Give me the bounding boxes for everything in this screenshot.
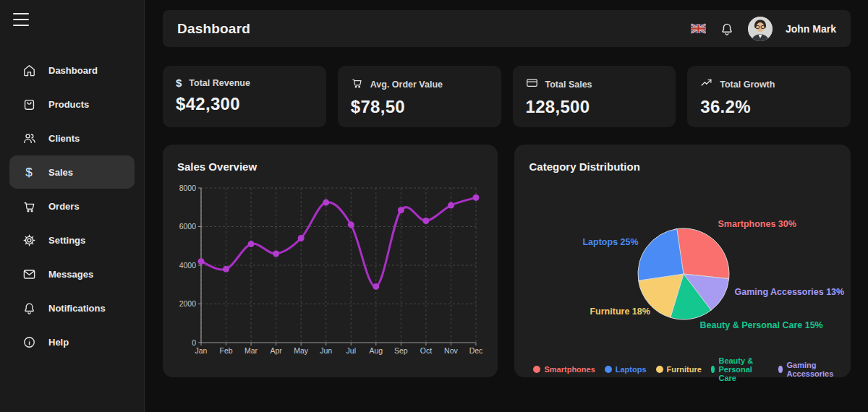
stat-label: Total Growth (720, 80, 775, 90)
legend-label: Laptops (616, 365, 647, 374)
sales-overview-card: Sales Overview JanFebMarAprMayJunJulAugS… (163, 145, 498, 377)
sidebar-item-help[interactable]: Help (9, 325, 135, 359)
legend-dot (656, 366, 663, 373)
sidebar-item-settings[interactable]: Settings (9, 223, 135, 257)
sidebar: Dashboard Products Clients $ Sales Order… (0, 0, 145, 412)
sidebar-item-orders[interactable]: Orders (9, 189, 135, 223)
user-name[interactable]: John Mark (786, 23, 836, 35)
dollar-icon: $ (22, 165, 36, 179)
bag-icon (22, 97, 36, 111)
svg-text:Mar: Mar (244, 346, 258, 355)
pie-callout: Gaming Accessories 13% (734, 287, 844, 297)
sidebar-item-label: Products (48, 99, 89, 110)
main-content: Dashboard (145, 10, 868, 377)
sidebar-item-label: Sales (48, 167, 73, 178)
stat-label: Total Revenue (189, 78, 250, 88)
cart-icon (351, 77, 363, 92)
page-title: Dashboard (177, 21, 250, 37)
pie-callout: Smartphones 30% (718, 219, 796, 229)
stat-label: Total Sales (545, 80, 592, 90)
svg-text:Jun: Jun (320, 346, 332, 355)
sidebar-item-dashboard[interactable]: Dashboard (9, 53, 135, 87)
legend-label: Beauty & Personal Care (718, 356, 769, 382)
trending-up-icon (700, 77, 712, 92)
svg-text:2000: 2000 (179, 299, 197, 308)
svg-text:Sep: Sep (394, 346, 408, 355)
svg-text:Apr: Apr (270, 346, 282, 355)
dollar-icon: $ (176, 77, 182, 89)
sidebar-item-label: Help (48, 337, 69, 348)
mail-icon (22, 267, 36, 281)
stat-card-total-revenue: $ Total Revenue $42,300 (163, 66, 326, 127)
sidebar-item-label: Clients (48, 133, 80, 144)
avatar[interactable] (748, 17, 773, 41)
sidebar-item-sales[interactable]: $ Sales (9, 155, 135, 189)
stat-label: Avg. Order Value (370, 80, 443, 90)
svg-text:Jul: Jul (346, 346, 356, 355)
legend-label: Smartphones (544, 365, 595, 374)
sidebar-item-label: Notifications (48, 303, 106, 314)
pie-callout: Laptops 25% (582, 237, 638, 247)
legend-item[interactable]: Smartphones (533, 365, 595, 374)
stat-value: $42,300 (176, 94, 313, 114)
top-header: Dashboard (163, 10, 851, 47)
category-distribution-card: Category Distribution Smartphones 30% La… (514, 145, 851, 377)
header-right: John Mark (691, 17, 836, 41)
hamburger-menu-icon[interactable] (13, 13, 29, 26)
stats-row: $ Total Revenue $42,300 Avg. Order Value… (163, 66, 851, 127)
stat-card-avg-order-value: Avg. Order Value $78,50 (338, 66, 501, 127)
chart-title: Sales Overview (177, 160, 483, 173)
gear-icon (22, 233, 36, 247)
bell-icon[interactable] (719, 21, 735, 37)
stat-card-total-growth: Total Growth 36.2% (687, 66, 851, 127)
sidebar-item-label: Dashboard (48, 65, 98, 76)
help-icon (22, 335, 36, 349)
stat-value: 36.2% (700, 97, 838, 117)
legend-label: Gaming Accessories (786, 361, 836, 378)
legend-item[interactable]: Beauty & Personal Care (711, 356, 769, 382)
legend-label: Furniture (667, 365, 702, 374)
sidebar-item-messages[interactable]: Messages (9, 257, 135, 291)
legend-dot (605, 366, 612, 373)
bell-icon (22, 301, 36, 315)
svg-text:8000: 8000 (179, 184, 197, 192)
stat-card-total-sales: Total Sales 128,500 (513, 66, 676, 127)
sidebar-item-notifications[interactable]: Notifications (9, 291, 135, 325)
credit-card-icon (526, 77, 538, 92)
sidebar-item-label: Settings (48, 235, 85, 246)
users-icon (22, 131, 36, 145)
pie-callout: Furniture 18% (590, 306, 650, 317)
uk-flag-icon[interactable] (691, 23, 706, 34)
legend-dot (533, 366, 540, 373)
chart-title: Category Distribution (529, 160, 836, 173)
sidebar-item-products[interactable]: Products (9, 87, 135, 121)
legend-item[interactable]: Furniture (656, 365, 702, 374)
stat-value: $78,50 (351, 97, 488, 117)
svg-text:0: 0 (192, 338, 196, 347)
sidebar-item-clients[interactable]: Clients (9, 121, 135, 155)
svg-text:Oct: Oct (420, 346, 432, 355)
sidebar-item-label: Orders (48, 201, 80, 212)
svg-text:Feb: Feb (219, 346, 232, 355)
pie-chart-area: Smartphones 30% Laptops 25% Furniture 18… (529, 179, 836, 355)
pie-callout: Beauty & Personal Care 15% (699, 320, 822, 330)
svg-text:Dec: Dec (469, 346, 483, 355)
sidebar-item-label: Messages (48, 269, 93, 280)
sales-line-chart: JanFebMarAprMayJunJulAugSepOctNovDec0200… (177, 179, 483, 358)
legend-item[interactable]: Gaming Accessories (778, 361, 836, 378)
sidebar-menu: Dashboard Products Clients $ Sales Order… (0, 53, 144, 359)
pie-legend: Smartphones Laptops Furniture Beauty & P… (529, 356, 836, 382)
legend-dot (778, 366, 783, 373)
svg-text:Nov: Nov (444, 346, 458, 355)
svg-text:6000: 6000 (179, 222, 197, 231)
cart-icon (22, 199, 36, 213)
legend-dot (711, 366, 715, 373)
charts-row: Sales Overview JanFebMarAprMayJunJulAugS… (163, 145, 851, 377)
svg-text:4000: 4000 (179, 261, 197, 270)
stat-value: 128,500 (526, 97, 663, 117)
svg-text:May: May (294, 346, 309, 355)
svg-text:Aug: Aug (369, 346, 383, 355)
home-icon (22, 63, 36, 77)
legend-item[interactable]: Laptops (605, 365, 647, 374)
svg-text:Jan: Jan (195, 346, 208, 355)
